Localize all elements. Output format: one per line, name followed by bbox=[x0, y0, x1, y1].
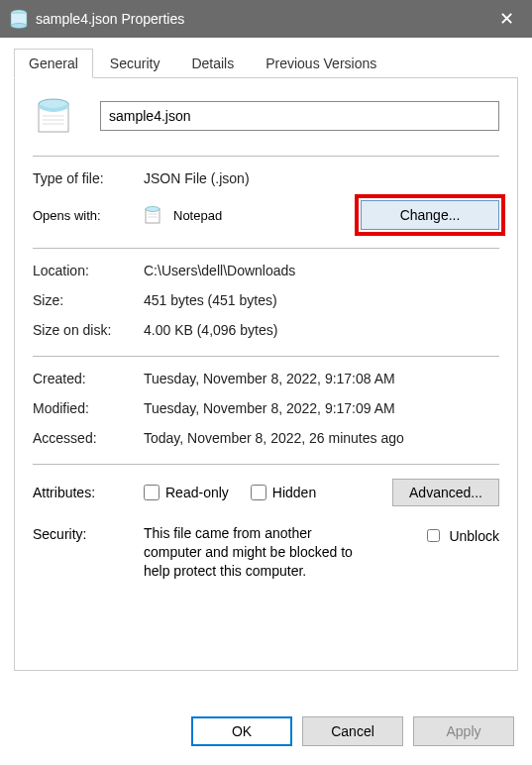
tab-bar: General Security Details Previous Versio… bbox=[14, 48, 518, 78]
hidden-checkbox[interactable] bbox=[251, 485, 266, 500]
accessed-value: Today, November 8, 2022, 26 minutes ago bbox=[144, 430, 499, 446]
tab-previous-versions[interactable]: Previous Versions bbox=[251, 49, 391, 78]
security-text: This file came from another computer and… bbox=[144, 524, 372, 581]
tab-general[interactable]: General bbox=[14, 49, 93, 78]
accessed-label: Accessed: bbox=[33, 430, 144, 446]
opens-with-app: Notepad bbox=[173, 208, 222, 223]
filename-input[interactable] bbox=[100, 101, 499, 131]
attributes-label: Attributes: bbox=[33, 485, 144, 500]
file-icon-large bbox=[33, 94, 76, 138]
size-value: 451 bytes (451 bytes) bbox=[144, 292, 499, 308]
size-on-disk-value: 4.00 KB (4,096 bytes) bbox=[144, 322, 499, 338]
window-title: sample4.json Properties bbox=[36, 11, 184, 27]
hidden-checkbox-group[interactable]: Hidden bbox=[251, 485, 316, 500]
tab-security[interactable]: Security bbox=[95, 49, 175, 78]
unblock-label: Unblock bbox=[449, 528, 499, 544]
modified-value: Tuesday, November 8, 2022, 9:17:09 AM bbox=[144, 400, 499, 416]
apply-button[interactable]: Apply bbox=[413, 716, 514, 746]
hidden-label: Hidden bbox=[272, 485, 316, 500]
created-label: Created: bbox=[33, 371, 144, 386]
notepad-icon bbox=[144, 205, 163, 225]
svg-point-2 bbox=[11, 24, 27, 29]
size-on-disk-label: Size on disk: bbox=[33, 322, 144, 338]
dialog-footer: OK Cancel Apply bbox=[0, 698, 532, 765]
type-label: Type of file: bbox=[33, 170, 144, 186]
created-value: Tuesday, November 8, 2022, 9:17:08 AM bbox=[144, 371, 499, 386]
svg-point-9 bbox=[146, 207, 160, 212]
tab-content-general: Type of file: JSON File (.json) Opens wi… bbox=[14, 78, 518, 671]
change-button[interactable]: Change... bbox=[361, 200, 499, 230]
cancel-button[interactable]: Cancel bbox=[302, 716, 403, 746]
location-label: Location: bbox=[33, 263, 144, 278]
type-value: JSON File (.json) bbox=[144, 170, 499, 186]
readonly-label: Read-only bbox=[165, 485, 229, 500]
readonly-checkbox-group[interactable]: Read-only bbox=[144, 485, 229, 500]
ok-button[interactable]: OK bbox=[191, 716, 292, 746]
security-label: Security: bbox=[33, 524, 144, 542]
size-label: Size: bbox=[33, 292, 144, 308]
file-icon bbox=[10, 9, 28, 29]
modified-label: Modified: bbox=[33, 400, 144, 416]
location-value: C:\Users\dell\Downloads bbox=[144, 263, 499, 278]
unblock-checkbox[interactable] bbox=[427, 529, 440, 542]
readonly-checkbox[interactable] bbox=[144, 485, 160, 500]
opens-with-label: Opens with: bbox=[33, 208, 144, 223]
close-button[interactable]: ✕ bbox=[491, 4, 522, 34]
advanced-button[interactable]: Advanced... bbox=[392, 479, 499, 506]
unblock-checkbox-group[interactable]: Unblock bbox=[423, 524, 499, 545]
tab-details[interactable]: Details bbox=[176, 49, 249, 78]
titlebar: sample4.json Properties ✕ bbox=[0, 0, 532, 38]
